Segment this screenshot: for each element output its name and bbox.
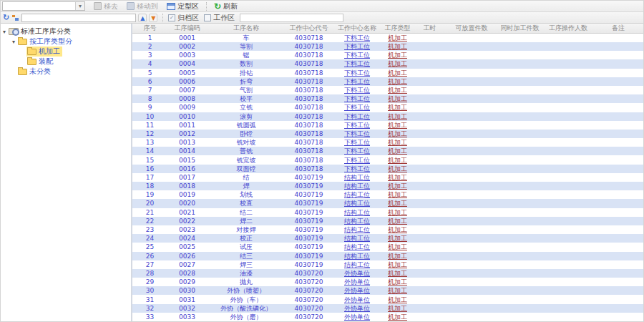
table-filter-input[interactable] <box>240 14 343 22</box>
cell-type[interactable]: 机加工 <box>382 51 413 59</box>
table-row[interactable]: 220022焊二4030719结构工位机加工 <box>132 217 643 225</box>
table-row[interactable]: 250025试压4030719结构工位机加工 <box>132 243 643 251</box>
tree-item[interactable]: ▾按工序类型分 <box>1 36 131 47</box>
table-row[interactable]: 190019划线4030719结构工位机加工 <box>132 190 643 199</box>
cell-center-name[interactable]: 下料工位 <box>332 94 382 103</box>
table-row[interactable]: 110011铣圆弧4030718下料工位机加工 <box>132 121 643 130</box>
table-row[interactable]: 50005排钻4030718下料工位机加工 <box>132 69 643 77</box>
cell-center-name[interactable]: 结构工位 <box>332 208 382 217</box>
cell-center-name[interactable]: 下料工位 <box>332 121 382 130</box>
cell-type[interactable]: 机加工 <box>382 225 413 234</box>
table-row[interactable]: 330033外协（磨）4030720外协单位机加工 <box>132 313 643 321</box>
cell-center-name[interactable]: 下料工位 <box>332 42 382 51</box>
cell-center-name[interactable]: 结构工位 <box>332 173 382 182</box>
table-row[interactable]: 20002等割4030718下料工位机加工 <box>132 42 643 51</box>
cell-type[interactable]: 机加工 <box>382 182 413 190</box>
cell-center-name[interactable]: 下料工位 <box>332 103 382 112</box>
cell-center-name[interactable]: 结构工位 <box>332 182 382 190</box>
table-row[interactable]: 10001车4030718下料工位机加工 <box>132 34 643 43</box>
column-header[interactable]: 工序操作人数 <box>543 24 593 34</box>
column-header[interactable]: 工作中心代号 <box>286 24 332 34</box>
cell-type[interactable]: 机加工 <box>382 86 413 94</box>
table-row[interactable]: 230023对接焊4030719结构工位机加工 <box>132 225 643 234</box>
cell-center-name[interactable]: 结构工位 <box>332 190 382 199</box>
cell-center-name[interactable]: 下料工位 <box>332 138 382 147</box>
cell-type[interactable]: 机加工 <box>382 112 413 121</box>
table-row[interactable]: 210021结二4030719结构工位机加工 <box>132 208 643 217</box>
table-row[interactable]: 150015铣宽坡4030718下料工位机加工 <box>132 155 643 164</box>
table-row[interactable]: 300030外协（喷塑）4030720外协单位机加工 <box>132 286 643 295</box>
column-header[interactable]: 序号 <box>132 24 167 34</box>
table-row[interactable]: 30003锯4030718下料工位机加工 <box>132 51 643 59</box>
cell-type[interactable]: 机加工 <box>382 94 413 103</box>
cell-type[interactable]: 机加工 <box>382 155 413 164</box>
cell-center-name[interactable]: 结构工位 <box>332 252 382 260</box>
cell-center-name[interactable]: 下料工位 <box>332 165 382 173</box>
cell-center-name[interactable]: 下料工位 <box>332 86 382 94</box>
cell-type[interactable]: 机加工 <box>382 165 413 173</box>
cell-center-name[interactable]: 下料工位 <box>332 34 382 43</box>
cell-type[interactable]: 机加工 <box>382 217 413 225</box>
cell-type[interactable]: 机加工 <box>382 260 413 269</box>
table-row[interactable]: 70007气割4030718下料工位机加工 <box>132 86 643 94</box>
cell-center-name[interactable]: 下料工位 <box>332 112 382 121</box>
tree-item[interactable]: 未分类 <box>1 67 131 77</box>
column-header[interactable]: 可放置件数 <box>447 24 497 34</box>
tree-item-content[interactable]: 装配 <box>26 57 55 67</box>
search-prev-icon[interactable]: ▲ <box>138 14 147 22</box>
table-row[interactable]: 260026结三4030719结构工位机加工 <box>132 252 643 260</box>
cell-center-name[interactable]: 结构工位 <box>332 260 382 269</box>
table-row[interactable]: 140014普铣4030718下料工位机加工 <box>132 147 643 155</box>
cell-type[interactable]: 机加工 <box>382 77 413 86</box>
cell-center-name[interactable]: 下料工位 <box>332 51 382 59</box>
cell-center-name[interactable]: 结构工位 <box>332 199 382 208</box>
table-row[interactable]: 170017结4030719结构工位机加工 <box>132 173 643 182</box>
chevron-down-icon[interactable]: ▾ <box>75 2 84 10</box>
search-input[interactable] <box>21 14 136 22</box>
cell-type[interactable]: 机加工 <box>382 269 413 278</box>
table-row[interactable]: 130013铣对坡4030718下料工位机加工 <box>132 138 643 147</box>
cell-center-name[interactable]: 结构工位 <box>332 243 382 251</box>
cell-center-name[interactable]: 外协单位 <box>332 304 382 313</box>
table-row[interactable]: 120012卧镗4030718下料工位机加工 <box>132 130 643 138</box>
cell-type[interactable]: 机加工 <box>382 121 413 130</box>
expander-icon[interactable]: ▾ <box>1 29 8 35</box>
tree-item-content[interactable]: 机加工 <box>26 47 62 57</box>
table-row[interactable]: 270027焊三4030719结构工位机加工 <box>132 260 643 269</box>
work-zone-checkbox[interactable] <box>204 14 211 21</box>
cell-type[interactable]: 机加工 <box>382 173 413 182</box>
table-row[interactable]: 200020校直4030719结构工位机加工 <box>132 199 643 208</box>
table-row[interactable]: 80008校平4030718下料工位机加工 <box>132 94 643 103</box>
cell-type[interactable]: 机加工 <box>382 243 413 251</box>
archive-zone-checkbox[interactable]: ✓ <box>168 14 175 21</box>
table-row[interactable]: 180018焊4030719结构工位机加工 <box>132 182 643 190</box>
cell-type[interactable]: 机加工 <box>382 199 413 208</box>
cell-type[interactable]: 机加工 <box>382 59 413 68</box>
table-row[interactable]: 160016双面镗4030718下料工位机加工 <box>132 165 643 173</box>
cell-center-name[interactable]: 下料工位 <box>332 155 382 164</box>
search-next-icon[interactable]: ▼ <box>149 14 157 22</box>
cell-type[interactable]: 机加工 <box>382 252 413 260</box>
category-combobox[interactable]: ▾ <box>2 1 85 11</box>
table-row[interactable]: 60006折弯4030718下料工位机加工 <box>132 77 643 86</box>
table-row[interactable]: 240024校正4030719结构工位机加工 <box>132 234 643 243</box>
fixed-zone-button[interactable]: 定型区 <box>162 1 203 11</box>
column-header[interactable]: 工作中心名称 <box>332 24 382 34</box>
cell-center-name[interactable]: 下料工位 <box>332 77 382 86</box>
column-header[interactable]: 工时 <box>413 24 447 34</box>
tree-root-item[interactable]: ▾标准工序库分类 <box>1 26 131 36</box>
cell-type[interactable]: 机加工 <box>382 147 413 155</box>
table-row[interactable]: 40004数割4030718下料工位机加工 <box>132 59 643 68</box>
cell-type[interactable]: 机加工 <box>382 103 413 112</box>
tree-item[interactable]: 装配 <box>1 57 131 67</box>
cell-type[interactable]: 机加工 <box>382 130 413 138</box>
column-header[interactable]: 备注 <box>593 24 643 34</box>
cell-type[interactable]: 机加工 <box>382 69 413 77</box>
cell-type[interactable]: 机加工 <box>382 190 413 199</box>
expander-icon[interactable]: ▾ <box>10 39 17 45</box>
cell-center-name[interactable]: 结构工位 <box>332 217 382 225</box>
cell-center-name[interactable]: 结构工位 <box>332 234 382 243</box>
table-row[interactable]: 90009立铣4030718下料工位机加工 <box>132 103 643 112</box>
table-row[interactable]: 280028油漆4030720外协单位机加工 <box>132 269 643 278</box>
cell-type[interactable]: 机加工 <box>382 138 413 147</box>
